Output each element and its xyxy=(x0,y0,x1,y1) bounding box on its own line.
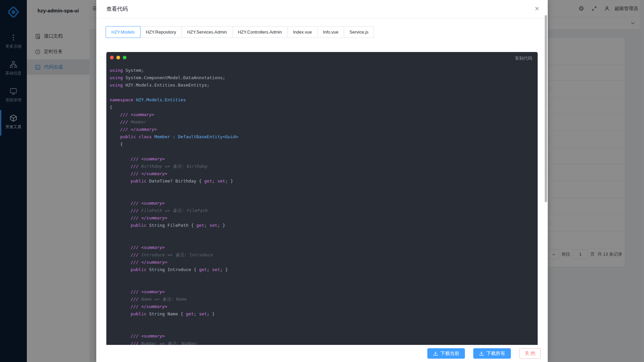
code-line: /// </summary> xyxy=(110,259,532,266)
code-line: using System; xyxy=(110,67,532,74)
dialog-header: 查看代码 × xyxy=(96,0,548,19)
code-line: public class Member : DefaultBaseEntity<… xyxy=(110,133,532,141)
code-viewer: 复制代码 using System;using System.Component… xyxy=(106,52,538,345)
tab-service-js[interactable]: Service.js xyxy=(344,26,374,38)
download-current-button[interactable]: 下载当前 xyxy=(427,348,465,359)
download-all-label: 下载所有 xyxy=(486,351,505,357)
code-line: using System.ComponentModel.DataAnnotati… xyxy=(110,74,532,82)
code-line xyxy=(110,273,532,281)
code-line: /// <summary> xyxy=(110,332,532,340)
code-line: public String Introduce { get; set; } xyxy=(110,266,532,273)
code-line: /// <summary> xyxy=(110,200,532,207)
code-line: /// Introduce => 备注: Introduce xyxy=(110,251,532,259)
code-line xyxy=(110,229,532,237)
close-dialog-button[interactable]: 关 闭 xyxy=(519,348,541,359)
window-dots-icon xyxy=(110,56,126,59)
code-line: /// <summary> xyxy=(110,288,532,296)
close-icon[interactable]: × xyxy=(532,3,542,14)
copy-code-button[interactable]: 复制代码 xyxy=(515,55,532,61)
code-line: /// <summary> xyxy=(110,244,532,251)
code-line: { xyxy=(110,141,532,148)
code-line: /// </summary> xyxy=(110,126,532,133)
code-line: public String Name { get; set; } xyxy=(110,310,532,318)
code-line xyxy=(110,148,532,155)
code-line xyxy=(110,318,532,325)
code-line: /// Name => 备注: Name xyxy=(110,296,532,303)
code-line: using HZY.Models.Entities.BaseEntitys; xyxy=(110,82,532,89)
download-icon xyxy=(433,351,438,356)
code-line xyxy=(110,325,532,332)
code-line: /// Number => 备注: Number xyxy=(110,340,532,345)
tab-index-vue[interactable]: Index.vue xyxy=(287,26,317,38)
dialog-title: 查看代码 xyxy=(106,6,128,13)
code-line: { xyxy=(110,104,532,111)
tab-hzy-models[interactable]: HZY.Models xyxy=(106,26,141,38)
code-line: /// <summary> xyxy=(110,111,532,118)
tab-info-vue[interactable]: Info.vue xyxy=(317,26,344,38)
tab-hzy-services-admin[interactable]: HZY.Services.Admin xyxy=(181,26,232,38)
screen: 更多示例 基础信息 系统管理 开发工具 hzy-admin-spa-ui xyxy=(0,0,644,362)
code-line xyxy=(110,192,532,200)
view-code-dialog: 查看代码 × HZY.Models HZY.Repository HZY.Ser… xyxy=(96,0,548,362)
code-line: /// </summary> xyxy=(110,303,532,310)
download-icon xyxy=(479,351,484,356)
red-dot-icon xyxy=(110,56,114,59)
download-current-label: 下载当前 xyxy=(440,351,459,357)
code-line: /// Member xyxy=(110,118,532,126)
code-line: /// </summary> xyxy=(110,214,532,222)
dialog-scrollbar-thumb[interactable] xyxy=(545,15,547,202)
code-line: /// </summary> xyxy=(110,170,532,177)
code-line xyxy=(110,237,532,244)
code-line: /// FilePath => 备注: FilePath xyxy=(110,207,532,214)
code-line xyxy=(110,281,532,288)
dialog-footer: 下载当前 下载所有 关 闭 xyxy=(96,345,548,362)
yellow-dot-icon xyxy=(116,56,120,59)
code-line: public DateTime? Birthday { get; set; } xyxy=(110,177,532,185)
code-file-tabs: HZY.Models HZY.Repository HZY.Services.A… xyxy=(106,26,374,38)
tab-hzy-controllers-admin[interactable]: HZY.Controllers.Admin xyxy=(232,26,287,38)
code-line: namespace HZY.Models.Entities xyxy=(110,96,532,104)
code-line xyxy=(110,185,532,192)
tab-hzy-repository[interactable]: HZY.Repository xyxy=(140,26,182,38)
code-viewer-header: 复制代码 xyxy=(106,52,538,63)
code-line: /// Birthday => 备注: Birthday xyxy=(110,163,532,170)
green-dot-icon xyxy=(123,56,126,59)
code-line: /// <summary> xyxy=(110,155,532,163)
download-all-button[interactable]: 下载所有 xyxy=(473,348,511,359)
code-line xyxy=(110,89,532,96)
code-line: public String FilePath { get; set; } xyxy=(110,222,532,229)
code-content: using System;using System.ComponentModel… xyxy=(106,63,538,345)
